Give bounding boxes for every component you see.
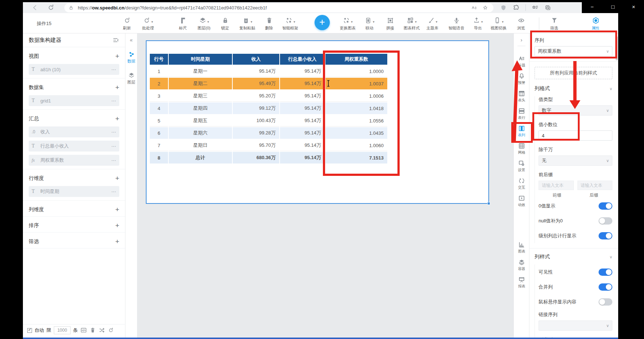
- strip-tab-tcol[interactable]: 表列: [514, 125, 529, 138]
- column-header[interactable]: 收入: [233, 54, 279, 65]
- chevron-down-icon[interactable]: ∨: [609, 86, 612, 91]
- reload-icon[interactable]: [47, 4, 55, 12]
- column-header[interactable]: 行号: [150, 54, 168, 65]
- field-chip[interactable]: T时间星期⋯: [29, 186, 119, 197]
- table-cell[interactable]: 95.14万: [233, 65, 279, 77]
- link-series-select[interactable]: ∨: [539, 320, 612, 331]
- table-cell[interactable]: 星期三: [169, 90, 232, 102]
- toggle-switch[interactable]: [599, 217, 612, 225]
- field-chip[interactable]: Tgrid1⋯: [29, 95, 119, 106]
- strip-tab-tgrid[interactable]: 网格: [514, 142, 529, 155]
- more-icon[interactable]: ⋯: [111, 98, 116, 104]
- table-cell[interactable]: 4: [150, 102, 168, 114]
- caret-down-icon[interactable]: ▾: [293, 19, 295, 24]
- table-cell[interactable]: 1.0060: [325, 140, 387, 151]
- table-cell[interactable]: 95.14万: [280, 140, 325, 151]
- address-bar[interactable]: https://ow.speedbi.cn/design?fdesign=tru…: [64, 3, 493, 12]
- caret-down-icon[interactable]: ▾: [502, 19, 504, 24]
- toolbar-item-funnel[interactable]: 筛选: [540, 15, 568, 31]
- table-cell[interactable]: 2: [150, 78, 168, 89]
- column-header[interactable]: 周权重系数: [325, 54, 387, 65]
- more-icon[interactable]: ⋯: [111, 144, 116, 149]
- caret-down-icon[interactable]: ▾: [373, 19, 375, 24]
- value-type-select[interactable]: 数字∨: [539, 105, 612, 116]
- read-aloud-icon[interactable]: [471, 5, 477, 11]
- add-icon[interactable]: +: [115, 222, 119, 229]
- favorite-add-icon[interactable]: [482, 5, 488, 11]
- toggle-switch[interactable]: [599, 283, 612, 291]
- minimize-button[interactable]: −: [587, 4, 598, 10]
- design-canvas[interactable]: 行号时间星期收入行总最小收入周权重系数1星期一95.14万95.14万1.000…: [137, 33, 513, 338]
- table-cell[interactable]: 8: [150, 152, 168, 164]
- table-cell[interactable]: 1.0006: [325, 90, 387, 102]
- field-chip[interactable]: Ta81h (10)⋯: [29, 64, 119, 75]
- table-cell[interactable]: 6: [150, 127, 168, 139]
- auto-checkbox[interactable]: [27, 328, 32, 333]
- canvas-tab-datatab[interactable]: 数据: [125, 51, 137, 64]
- collapse-sidebar-icon[interactable]: «: [125, 37, 137, 43]
- back-icon[interactable]: [31, 4, 39, 12]
- apply-all-columns-button[interactable]: 所有列应用当前列样式: [535, 67, 612, 79]
- table-cell[interactable]: 95.14万: [280, 152, 325, 164]
- table-cell[interactable]: 95.14万: [280, 115, 325, 126]
- shield-icon[interactable]: [500, 4, 507, 11]
- canvas-tab-layers[interactable]: 图层: [125, 72, 137, 85]
- table-cell[interactable]: 99.28万: [233, 127, 279, 139]
- table-cell[interactable]: 95.20万: [233, 90, 279, 102]
- toggle-switch[interactable]: [599, 202, 612, 210]
- add-icon[interactable]: +: [115, 53, 119, 60]
- strip-tab-title[interactable]: 标题: [514, 55, 529, 68]
- table-cell[interactable]: 95.14万: [280, 65, 325, 77]
- toolbar-item-hexagon[interactable]: 属性: [582, 15, 609, 31]
- caret-down-icon[interactable]: ▾: [207, 19, 209, 24]
- table-cell[interactable]: 95.49万: [233, 78, 279, 89]
- suffix-input[interactable]: 请输入文本: [577, 181, 613, 190]
- table-row[interactable]: 7星期日95.70万95.14万1.0060: [150, 140, 387, 151]
- sql-view-icon[interactable]: [80, 327, 87, 334]
- collapse-properties-icon[interactable]: ›: [514, 37, 529, 43]
- strip-tab-alert[interactable]: 预警: [514, 73, 529, 85]
- table-row[interactable]: 5星期五100.43万95.14万1.0556: [150, 115, 387, 126]
- strip-tab-motion[interactable]: 动效: [514, 195, 529, 207]
- field-chip[interactable]: .0收入⋯: [29, 126, 119, 137]
- collections-icon[interactable]: [532, 4, 539, 11]
- caret-down-icon[interactable]: ▾: [351, 19, 353, 24]
- decimals-input[interactable]: 4: [539, 130, 612, 141]
- close-button[interactable]: ×: [628, 4, 639, 10]
- table-cell[interactable]: 1.0435: [325, 127, 387, 139]
- panel-scrollbar[interactable]: [616, 36, 618, 60]
- strip-tab-container[interactable]: 容器: [514, 259, 529, 271]
- column-header[interactable]: 行总最小收入: [280, 54, 325, 65]
- limit-input[interactable]: [54, 326, 71, 334]
- more-icon[interactable]: ⋯: [111, 158, 116, 163]
- add-icon[interactable]: +: [115, 175, 119, 182]
- add-widget-button[interactable]: +: [315, 15, 330, 30]
- chevron-down-icon[interactable]: ∨: [609, 255, 612, 259]
- caret-down-icon[interactable]: ▾: [481, 19, 483, 24]
- maximize-button[interactable]: □: [608, 4, 619, 10]
- table-cell[interactable]: 星期日: [169, 140, 232, 151]
- table-cell[interactable]: 星期一: [169, 65, 232, 77]
- table-row[interactable]: 8总计680.36万95.14万7.1513: [150, 152, 387, 164]
- caret-down-icon[interactable]: ▾: [415, 19, 417, 24]
- tab-actions-icon[interactable]: [544, 4, 551, 11]
- extensions-icon[interactable]: [513, 4, 520, 11]
- table-widget[interactable]: 行号时间星期收入行总最小收入周权重系数1星期一95.14万95.14万1.000…: [146, 40, 489, 204]
- strip-tab-thead[interactable]: 表头: [514, 90, 529, 103]
- column-header[interactable]: 时间星期: [169, 54, 232, 65]
- strip-tab-trow[interactable]: 表行: [514, 108, 529, 120]
- table-cell[interactable]: 99.12万: [233, 102, 279, 114]
- toggle-switch[interactable]: [599, 269, 612, 276]
- series-select[interactable]: 周权重系数∨: [535, 46, 612, 56]
- table-cell[interactable]: 5: [150, 115, 168, 126]
- toolbar-item-refresh[interactable]: ▾批处理: [134, 15, 162, 31]
- caret-down-icon[interactable]: ▾: [151, 19, 153, 24]
- table-cell[interactable]: 100.43万: [233, 115, 279, 126]
- table-cell[interactable]: 总计: [169, 152, 232, 164]
- add-icon[interactable]: +: [115, 238, 119, 245]
- field-chip[interactable]: fx周权重系数⋯: [29, 155, 119, 166]
- strip-tab-chart[interactable]: 图表: [514, 241, 529, 254]
- strip-tab-interact[interactable]: 交互: [514, 177, 529, 190]
- collapse-panel-icon[interactable]: [112, 37, 119, 44]
- resize-handle[interactable]: [487, 202, 490, 205]
